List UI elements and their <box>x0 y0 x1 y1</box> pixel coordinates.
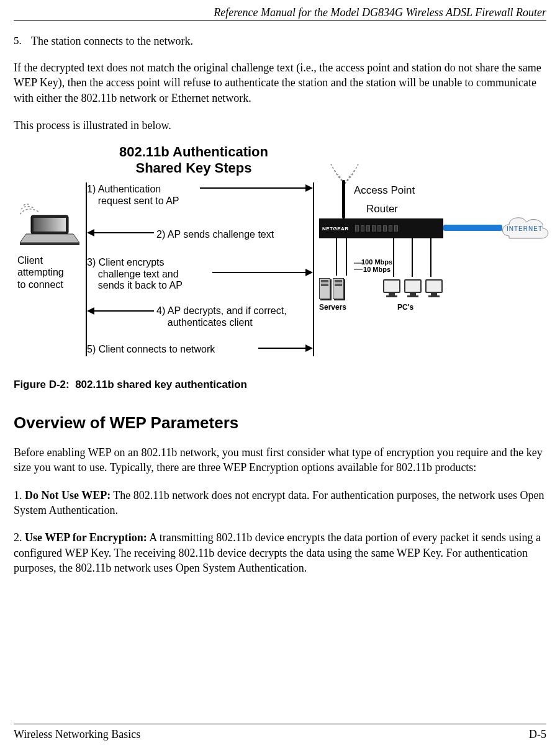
pcs-icon <box>383 279 443 297</box>
paragraph: If the decrypted text does not match the… <box>14 60 546 106</box>
servers-icon <box>319 278 344 299</box>
figure-step-2: 2) AP sends challenge text <box>156 229 318 240</box>
footer-right: D-5 <box>529 728 546 741</box>
label-line: Client <box>17 254 86 266</box>
pc-icon <box>383 279 400 297</box>
speed-label: 100 Mbps 10 Mbps <box>361 259 392 273</box>
arrow-left-icon <box>88 310 154 312</box>
step-line: challenge text and <box>87 269 224 280</box>
router-label: Router <box>366 203 398 215</box>
paragraph: 1. Do Not Use WEP: The 802.11b network d… <box>14 488 546 518</box>
arrow-right-icon <box>212 272 312 273</box>
laptop-icon <box>20 203 79 250</box>
svg-rect-3 <box>20 243 79 245</box>
figure-step-5: 5) Client connects to network <box>87 344 261 355</box>
section-heading: Overview of WEP Parameters <box>14 413 546 433</box>
pcs-label: PC's <box>397 303 413 312</box>
page-header: Reference Manual for the Model DG834G Wi… <box>14 0 546 21</box>
figure-step-4: 4) AP decrypts, and if correct, authenti… <box>156 305 318 328</box>
list-number: 5. <box>14 35 31 48</box>
step-line: 1) Authentication <box>87 184 211 195</box>
router-ports <box>355 225 398 232</box>
access-point-label: Access Point <box>354 184 415 197</box>
port-icon <box>366 225 370 232</box>
figure-title-line: 802.11b Authentication <box>101 144 287 160</box>
port-icon <box>361 225 364 232</box>
internet-cloud-icon: INTERNET <box>498 211 551 249</box>
pc-icon <box>404 279 422 297</box>
list-text: The station connects to the network. <box>31 35 546 48</box>
option-prefix: 2. <box>14 531 25 544</box>
ordered-list-item: 5. The station connects to the network. <box>14 35 546 48</box>
server-icon <box>319 278 330 299</box>
router-icon: NETGEAR <box>319 218 443 238</box>
arrow-right-icon <box>200 187 312 189</box>
figure-step-1: 1) Authentication request sent to AP <box>87 184 211 207</box>
svg-rect-1 <box>34 218 66 232</box>
ethernet-cable-icon <box>443 225 502 231</box>
antenna-icon <box>342 180 345 218</box>
label-line: attempting <box>17 266 86 278</box>
step-line: authenticates client <box>156 317 318 328</box>
label-line: to connect <box>17 279 86 290</box>
internet-label: INTERNET <box>507 225 543 232</box>
port-icon <box>355 225 359 232</box>
figure-step-3: 3) Client encrypts challenge text and se… <box>87 257 224 291</box>
router-brand-label: NETGEAR <box>322 226 349 232</box>
paragraph: 2. Use WEP for Encryption: A transmittin… <box>14 530 546 575</box>
figure-title: 802.11b Authentication Shared Key Steps <box>101 144 287 176</box>
step-line: sends it back to AP <box>87 280 224 291</box>
option-prefix: 1. <box>14 489 25 501</box>
paragraph: This process is illustrated in below. <box>14 118 546 133</box>
paragraph: Before enabling WEP on an 802.11b networ… <box>14 445 546 475</box>
client-label: Client attempting to connect <box>17 254 86 290</box>
speed-line: 10 Mbps <box>361 266 392 274</box>
header-title: Reference Manual for the Model DG834G Wi… <box>214 6 546 19</box>
figure-title-line: Shared Key Steps <box>101 160 287 176</box>
arrow-right-icon <box>258 348 312 349</box>
pc-icon <box>425 279 443 297</box>
speed-line: 100 Mbps <box>361 259 392 266</box>
server-icon <box>333 278 344 299</box>
figure-d2: 802.11b Authentication Shared Key Steps … <box>14 144 546 374</box>
step-line: 3) Client encrypts <box>87 257 224 268</box>
port-icon <box>389 225 392 232</box>
port-icon <box>394 225 398 232</box>
port-icon <box>372 225 376 232</box>
option-title: Do Not Use WEP: <box>25 489 111 501</box>
figure-caption: Figure D-2: 802.11b shared key authentic… <box>14 379 546 391</box>
page-footer: Wireless Networking Basics D-5 <box>14 724 546 741</box>
port-icon <box>383 225 387 232</box>
step-line: request sent to AP <box>87 196 211 207</box>
footer-left: Wireless Networking Basics <box>14 728 140 741</box>
option-title: Use WEP for Encryption: <box>25 531 147 544</box>
step-line: 4) AP decrypts, and if correct, <box>156 305 318 317</box>
arrow-left-icon <box>88 232 154 233</box>
servers-label: Servers <box>319 303 346 312</box>
port-icon <box>377 225 381 232</box>
svg-marker-2 <box>20 234 79 243</box>
timeline-line-ap <box>313 182 314 356</box>
